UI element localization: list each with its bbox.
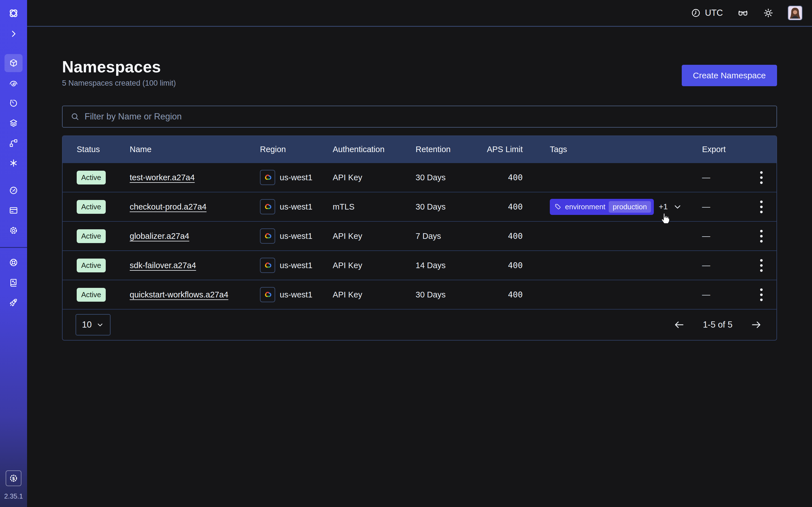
namespaces-cube-icon (9, 58, 18, 68)
sidebar-item-schedules[interactable] (4, 94, 22, 112)
status-badge: Active (77, 200, 106, 214)
aps-limit-value: 400 (483, 173, 550, 182)
table-row: Active test-worker.a27a4 us-west1 API Ke… (63, 163, 776, 192)
sun-icon (763, 8, 774, 18)
col-name: Name (130, 145, 260, 154)
table-header-row: Status Name Region Authentication Retent… (63, 136, 776, 163)
row-menu-button[interactable] (758, 257, 765, 274)
namespaces-table: Status Name Region Authentication Retent… (62, 135, 777, 341)
sidebar-item-getting-started[interactable] (4, 293, 22, 312)
previous-page-button[interactable] (672, 318, 687, 332)
settings-gear-icon (9, 226, 18, 235)
sidebar-item-settings[interactable] (4, 221, 22, 239)
sidebar-item-nexus[interactable] (4, 154, 22, 172)
user-avatar[interactable] (788, 6, 802, 20)
region-label: us-west1 (280, 231, 312, 241)
table-row: Active quickstart-workflows.a27a4 us-wes… (63, 280, 776, 309)
sidebar-divider (0, 247, 27, 248)
main-content: Namespaces 5 Namespaces created (100 lim… (27, 27, 812, 341)
col-tags: Tags (550, 145, 702, 154)
sidebar-item-namespaces[interactable] (4, 54, 22, 72)
auth-label: API Key (333, 231, 416, 241)
retention-label: 30 Days (416, 173, 483, 182)
tag-key: environment (565, 203, 605, 211)
search-icon (70, 112, 80, 121)
status-badge: Active (77, 229, 106, 243)
col-aps-limit: APS Limit (483, 145, 550, 154)
status-badge: Active (77, 259, 106, 272)
sidebar-item-docs[interactable] (4, 274, 22, 291)
retention-label: 30 Days (416, 202, 483, 212)
billing-card-icon (9, 206, 18, 215)
export-value: — (702, 261, 753, 270)
retention-label: 14 Days (416, 261, 483, 270)
temporal-logo (8, 7, 19, 19)
schedules-timer-icon (9, 98, 18, 108)
aps-limit-value: 400 (483, 261, 550, 270)
sidebar-item-workflows[interactable] (4, 74, 22, 92)
svg-text:$: $ (12, 476, 15, 481)
usage-gauge-icon (9, 186, 18, 195)
col-retention: Retention (416, 145, 483, 154)
page-subtitle: 5 Namespaces created (100 limit) (62, 79, 176, 88)
chevron-right-icon (9, 29, 18, 38)
namespace-link[interactable]: quickstart-workflows.a27a4 (130, 290, 229, 299)
sidebar-item-billing[interactable] (4, 202, 22, 219)
page-size-select[interactable]: 10 (75, 314, 110, 335)
auth-label: API Key (333, 261, 416, 270)
timezone-selector[interactable]: UTC (691, 8, 723, 18)
workflows-eye-icon (9, 78, 18, 88)
gcp-cloud-icon (260, 228, 275, 244)
arrow-right-icon (751, 319, 762, 330)
tags-more-count: +1 (659, 202, 668, 211)
auth-label: API Key (333, 173, 416, 182)
namespace-link[interactable]: test-worker.a27a4 (130, 173, 195, 182)
next-page-button[interactable] (749, 318, 763, 332)
row-menu-button[interactable] (758, 228, 765, 245)
namespace-link[interactable]: sdk-failover.a27a4 (130, 261, 196, 270)
batch-branch-icon (9, 138, 18, 148)
aps-limit-value: 400 (483, 231, 550, 241)
filter-input[interactable] (85, 112, 769, 122)
sidebar-item-usage[interactable] (4, 181, 22, 200)
col-export: Export (702, 145, 753, 154)
auth-label: mTLS (333, 202, 416, 212)
sidebar: $ 2.35.1 (0, 0, 27, 507)
tag-value: production (609, 201, 651, 213)
region-label: us-west1 (280, 290, 312, 299)
table-pagination: 10 1-5 of 5 (63, 309, 776, 340)
sidebar-expand-button[interactable] (9, 29, 18, 38)
sidebar-item-support[interactable] (4, 253, 22, 272)
region-label: us-west1 (280, 202, 312, 212)
docs-book-icon (9, 278, 18, 287)
sidebar-item-batch-operations[interactable] (4, 134, 22, 152)
retention-label: 7 Days (416, 231, 483, 241)
tag-pill[interactable]: environment production (550, 199, 654, 215)
theme-toggle-button[interactable] (763, 8, 774, 18)
chevron-down-icon[interactable] (673, 202, 682, 212)
create-namespace-button[interactable]: Create Namespace (682, 65, 777, 86)
clock-icon (691, 8, 701, 18)
chevron-down-icon (96, 321, 104, 329)
export-value: — (702, 202, 753, 212)
col-region: Region (260, 145, 333, 154)
avatar-portrait (788, 6, 802, 20)
pricing-badge-icon: $ (9, 473, 18, 483)
sidebar-item-deployments[interactable] (4, 114, 22, 132)
pricing-button[interactable]: $ (6, 470, 21, 486)
retention-label: 30 Days (416, 290, 483, 299)
version-label: 2.35.1 (4, 492, 23, 500)
export-value: — (702, 290, 753, 299)
row-menu-button[interactable] (758, 198, 765, 216)
row-menu-button[interactable] (758, 169, 765, 186)
timezone-label: UTC (705, 8, 723, 18)
gcp-cloud-icon (260, 258, 275, 273)
namespace-link[interactable]: checkout-prod.a27a4 (130, 202, 206, 211)
table-row: Active globalizer.a27a4 us-west1 API Key… (63, 221, 776, 250)
status-badge: Active (77, 288, 106, 302)
labs-toggle-button[interactable] (737, 7, 749, 19)
namespace-link[interactable]: globalizer.a27a4 (130, 231, 189, 240)
export-value: — (702, 231, 753, 241)
row-menu-button[interactable] (758, 286, 765, 303)
arrow-left-icon (673, 319, 685, 330)
